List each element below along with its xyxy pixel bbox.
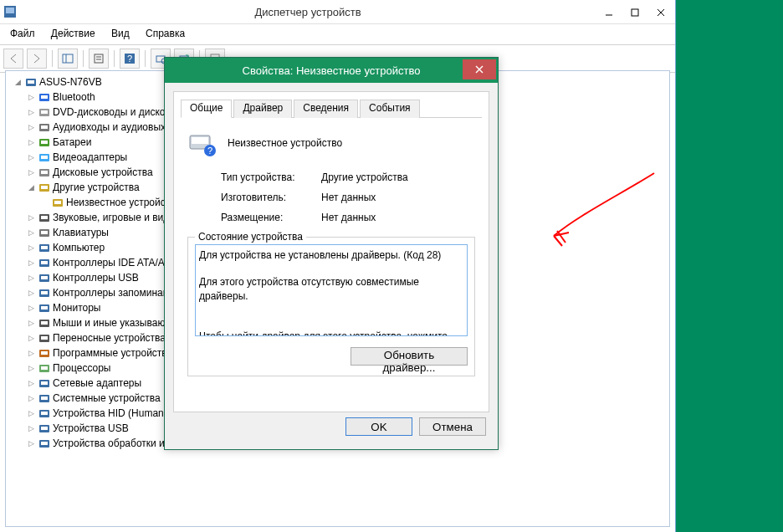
show-hide-tree-button[interactable] — [58, 49, 78, 69]
img-icon — [38, 437, 51, 450]
device-big-icon: ? — [187, 128, 218, 158]
tree-node-label: Сетевые адаптеры — [53, 377, 141, 389]
mse-icon — [38, 316, 51, 330]
status-group: Состояние устройства Обновить драйвер... — [187, 237, 475, 376]
dialog-footer: OK Отмена — [165, 417, 498, 442]
tab-content-general: ? Неизвестное устройство Тип устройства:… — [181, 118, 482, 386]
spk-icon — [38, 211, 51, 224]
help-button[interactable]: ? — [120, 49, 140, 69]
usb-icon — [38, 271, 51, 284]
hid-icon — [38, 407, 51, 420]
svg-rect-26 — [41, 141, 48, 144]
tree-node-label: Дисковые устройства — [53, 166, 153, 178]
menu-file[interactable]: Файл — [3, 26, 42, 41]
svg-rect-40 — [41, 246, 48, 249]
bat-icon — [38, 136, 51, 149]
mfr-value: Нет данных — [321, 192, 475, 203]
snd-icon — [38, 120, 51, 134]
menu-help[interactable]: Справка — [139, 26, 192, 41]
svg-rect-66 — [41, 442, 48, 445]
tree-node-label: Процессоры — [53, 362, 111, 374]
mfr-label: Изготовитель: — [221, 192, 321, 203]
svg-rect-42 — [41, 261, 48, 264]
dialog-body: Общие Драйвер Сведения События ? Неизвес… — [173, 91, 489, 412]
mon-icon — [38, 301, 51, 315]
minimize-button[interactable] — [596, 3, 622, 23]
app-icon — [0, 6, 20, 18]
menu-view[interactable]: Вид — [105, 26, 136, 41]
usb-icon — [38, 422, 51, 435]
svg-rect-56 — [41, 366, 48, 370]
svg-rect-54 — [41, 351, 48, 355]
svg-rect-62 — [41, 412, 48, 415]
cancel-button[interactable]: Отмена — [419, 417, 486, 436]
svg-text:?: ? — [207, 146, 212, 156]
svg-rect-18 — [28, 80, 34, 84]
dvd-icon — [38, 105, 51, 119]
tree-node-label: Bluetooth — [53, 91, 95, 103]
svg-rect-48 — [41, 306, 48, 309]
svg-rect-34 — [54, 201, 61, 204]
svg-rect-28 — [41, 156, 48, 159]
svg-rect-60 — [41, 396, 48, 400]
menubar: Файл Действие Вид Справка — [0, 24, 675, 45]
titlebar: Диспетчер устройств — [0, 0, 675, 24]
update-driver-button[interactable]: Обновить драйвер... — [351, 347, 468, 366]
menu-action[interactable]: Действие — [44, 26, 102, 41]
vid-icon — [38, 151, 51, 164]
status-group-title: Состояние устройства — [195, 231, 306, 243]
tree-node-label: Видеоадаптеры — [53, 151, 127, 163]
status-textarea[interactable] — [195, 244, 468, 336]
tab-details[interactable]: Сведения — [294, 100, 358, 118]
tab-driver[interactable]: Драйвер — [233, 100, 292, 118]
svg-rect-20 — [41, 95, 48, 99]
svg-rect-70 — [192, 137, 208, 144]
net-icon — [38, 376, 51, 390]
svg-rect-38 — [41, 231, 48, 234]
nav-fwd-button[interactable] — [27, 49, 47, 69]
mem-icon — [38, 286, 51, 299]
svg-rect-6 — [63, 54, 73, 63]
svg-rect-24 — [41, 125, 48, 129]
svg-rect-8 — [95, 54, 103, 63]
loc-label: Размещение: — [221, 212, 321, 223]
dialog-close-button[interactable] — [463, 59, 496, 79]
nav-back-button[interactable] — [3, 49, 23, 69]
port-icon — [38, 331, 51, 345]
type-label: Тип устройства: — [221, 171, 321, 183]
svg-text:?: ? — [127, 54, 132, 64]
dialog-title: Свойства: Неизвестное устройство — [165, 64, 498, 77]
sys-icon — [38, 391, 51, 405]
maximize-button[interactable] — [622, 3, 647, 23]
ide-icon — [38, 256, 51, 269]
device-name-label: Неизвестное устройство — [228, 137, 342, 149]
tree-node-label: Программные устройства — [53, 347, 172, 359]
disk-icon — [38, 166, 51, 179]
close-button[interactable] — [648, 3, 673, 23]
ok-button[interactable]: OK — [345, 417, 412, 436]
tab-general[interactable]: Общие — [181, 100, 232, 118]
unk-icon — [51, 196, 64, 209]
svg-rect-50 — [41, 321, 48, 325]
type-value: Другие устройства — [321, 171, 475, 183]
tabstrip: Общие Драйвер Сведения События — [181, 99, 482, 118]
tree-node-label: Другие устройства — [53, 182, 140, 193]
tree-root-label: ASUS-N76VB — [39, 76, 102, 88]
tab-events[interactable]: События — [360, 100, 420, 118]
sw-icon — [38, 346, 51, 360]
properties-button[interactable] — [89, 49, 109, 69]
tree-node-label: Контроллеры USB — [53, 272, 139, 284]
tree-node-label: Устройства USB — [53, 422, 129, 434]
tree-node-label: Компьютер — [53, 242, 105, 253]
loc-value: Нет данных — [321, 212, 475, 223]
svg-rect-30 — [41, 171, 48, 174]
properties-dialog: Свойства: Неизвестное устройство Общие Д… — [164, 57, 499, 450]
tree-node-label: Переносные устройства — [53, 332, 166, 344]
bt-icon — [38, 90, 51, 104]
kb-icon — [38, 226, 51, 239]
tree-node-label: Клавиатуры — [53, 227, 109, 238]
svg-rect-22 — [41, 110, 48, 114]
dialog-titlebar: Свойства: Неизвестное устройство — [165, 58, 498, 83]
pc-icon — [38, 241, 51, 254]
svg-rect-44 — [41, 276, 48, 279]
